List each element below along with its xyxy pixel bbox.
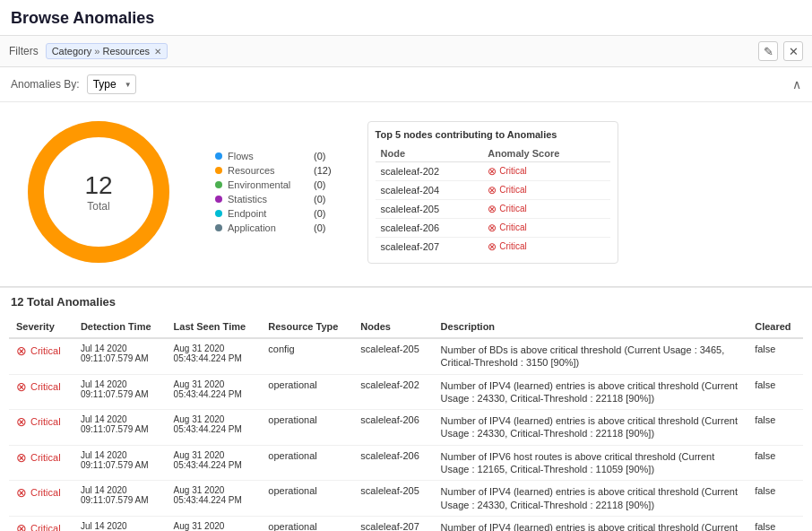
cleared-cell: false [747, 516, 803, 531]
nodes-cell: scaleleaf-202 [353, 374, 433, 410]
top-nodes-row: scaleleaf-207 ⊗ Critical [376, 237, 610, 256]
severity-cell: ⊗ Critical [9, 410, 73, 446]
controls-bar: Anomalies By: Type ∧ [0, 67, 812, 102]
description-cell: Number of IPV6 host routes is above crit… [434, 445, 748, 481]
top-node-score: ⊗ Critical [482, 218, 609, 237]
legend-value-statistics: (0) [314, 194, 325, 205]
cleared-cell: false [747, 481, 803, 517]
filter-tag-value: Resources [102, 46, 150, 57]
browse-anomalies-page: Browse Anomalies Filters Category » Reso… [0, 0, 812, 531]
table-row[interactable]: ⊗ Critical Jul 14 202009:11:07.579 AM Au… [9, 374, 803, 410]
legend-value-application: (0) [314, 222, 325, 233]
resource-type-cell: operational [261, 516, 353, 531]
legend-value-flows: (0) [314, 151, 325, 161]
nodes-cell: scaleleaf-207 [353, 516, 433, 531]
table-row[interactable]: ⊗ Critical Jul 14 202009:11:07.579 AM Au… [9, 445, 803, 481]
cleared-value: false [755, 450, 775, 461]
critical-icon: ⊗ [488, 240, 497, 253]
legend-resources: Resources (12) [215, 165, 332, 176]
severity-text: Critical [30, 416, 61, 427]
legend-label-statistics: Statistics [228, 194, 308, 205]
nodes-cell: scaleleaf-206 [353, 445, 433, 481]
detection-time-cell: Jul 14 202009:11:07.579 AM [73, 410, 167, 446]
severity-text: Critical [30, 381, 61, 392]
nodes-cell: scaleleaf-206 [353, 410, 433, 446]
cleared-cell: false [747, 374, 803, 410]
resource-type-cell: config [261, 338, 353, 374]
critical-icon: ⊗ [488, 222, 497, 234]
filter-edit-button[interactable]: ✎ [758, 41, 778, 61]
critical-badge: ⊗ Critical [488, 184, 527, 196]
legend-dot-statistics [215, 196, 222, 203]
severity-icon: ⊗ [16, 344, 27, 358]
critical-icon: ⊗ [488, 165, 497, 178]
legend-value-endpoint: (0) [314, 208, 325, 219]
legend-endpoint: Endpoint (0) [215, 208, 332, 219]
donut-center: 12 Total [84, 172, 112, 213]
table-row[interactable]: ⊗ Critical Jul 14 202009:11:07.579 AM Au… [9, 481, 803, 517]
cleared-value: false [755, 379, 775, 390]
detection-time-cell: Jul 14 202009:11:07.579 AM [73, 481, 167, 517]
top-nodes-panel: Top 5 nodes contributing to Anomalies No… [367, 121, 618, 264]
description-cell: Number of IPV4 (learned) entries is abov… [434, 516, 748, 531]
donut-chart: 12 Total [18, 111, 179, 273]
critical-badge: ⊗ Critical [488, 165, 527, 178]
legend-value-environmental: (0) [314, 179, 325, 190]
severity-cell: ⊗ Critical [9, 374, 73, 410]
table-row[interactable]: ⊗ Critical Jul 14 202009:11:07.579 AM Au… [9, 410, 803, 446]
main-table-container: Severity Detection Time Last Seen Time R… [0, 316, 812, 531]
critical-badge: ⊗ Critical [488, 240, 527, 253]
chart-legend: Flows (0) Resources (12) Environmental (… [215, 151, 332, 233]
table-row[interactable]: ⊗ Critical Jul 14 202009:11:07.579 AM Au… [9, 338, 803, 374]
critical-label: Critical [499, 185, 527, 195]
legend-dot-endpoint [215, 210, 222, 217]
table-row[interactable]: ⊗ Critical Jul 14 202009:11:07.579 AM Au… [9, 516, 803, 531]
donut-total-label: Total [84, 199, 112, 212]
detection-time-cell: Jul 14 202009:11:07.579 AM [73, 338, 167, 374]
severity-text: Critical [30, 487, 61, 498]
description-cell: Number of IPV4 (learned) entries is abov… [434, 374, 748, 410]
close-icon: ✕ [789, 45, 799, 58]
legend-environmental: Environmental (0) [215, 179, 332, 190]
detection-time-cell: Jul 14 202009:11:07.579 AM [73, 374, 167, 410]
filter-tag-category: Category [52, 46, 92, 57]
nodes-cell: scaleleaf-205 [353, 338, 433, 374]
cleared-value: false [755, 521, 775, 531]
top-node-name: scaleleaf-202 [376, 161, 483, 180]
filter-tag-arrow: » [94, 46, 99, 57]
last-seen-cell: Aug 31 202005:43:44.224 PM [167, 481, 262, 517]
top-nodes-row: scaleleaf-202 ⊗ Critical [376, 161, 610, 180]
critical-label: Critical [499, 241, 527, 251]
anomalies-by-select[interactable]: Type [87, 74, 136, 94]
legend-label-application: Application [228, 222, 308, 233]
critical-badge: ⊗ Critical [488, 222, 527, 234]
filter-tag-remove[interactable]: ✕ [154, 47, 161, 57]
page-header: Browse Anomalies [0, 0, 812, 36]
col-detection-time: Detection Time [73, 316, 167, 338]
last-seen-cell: Aug 31 202005:43:44.224 PM [167, 516, 262, 531]
col-last-seen: Last Seen Time [167, 316, 262, 338]
last-seen-cell: Aug 31 202005:43:44.224 PM [167, 445, 262, 481]
collapse-button[interactable]: ∧ [792, 77, 801, 91]
resource-type-cell: operational [261, 481, 353, 517]
legend-label-flows: Flows [228, 151, 308, 161]
anomalies-table: Severity Detection Time Last Seen Time R… [9, 316, 803, 531]
severity-text: Critical [30, 523, 61, 531]
filter-close-button[interactable]: ✕ [783, 41, 803, 61]
top-node-score: ⊗ Critical [482, 237, 609, 256]
cleared-cell: false [747, 410, 803, 446]
last-seen-cell: Aug 31 202005:43:44.224 PM [167, 410, 262, 446]
description-cell: Number of BDs is above critical threshol… [434, 338, 748, 374]
top-nodes-col-node: Node [376, 145, 483, 162]
page-title: Browse Anomalies [11, 9, 154, 27]
top-node-score: ⊗ Critical [482, 180, 609, 199]
resource-type-cell: operational [261, 410, 353, 446]
legend-label-endpoint: Endpoint [228, 208, 308, 219]
legend-flows: Flows (0) [215, 151, 332, 161]
severity-icon: ⊗ [16, 485, 27, 500]
cleared-cell: false [747, 445, 803, 481]
filter-tag-resources[interactable]: Category » Resources ✕ [46, 43, 168, 59]
col-nodes: Nodes [353, 316, 433, 338]
critical-icon: ⊗ [488, 203, 497, 215]
top-nodes-row: scaleleaf-204 ⊗ Critical [376, 180, 610, 199]
